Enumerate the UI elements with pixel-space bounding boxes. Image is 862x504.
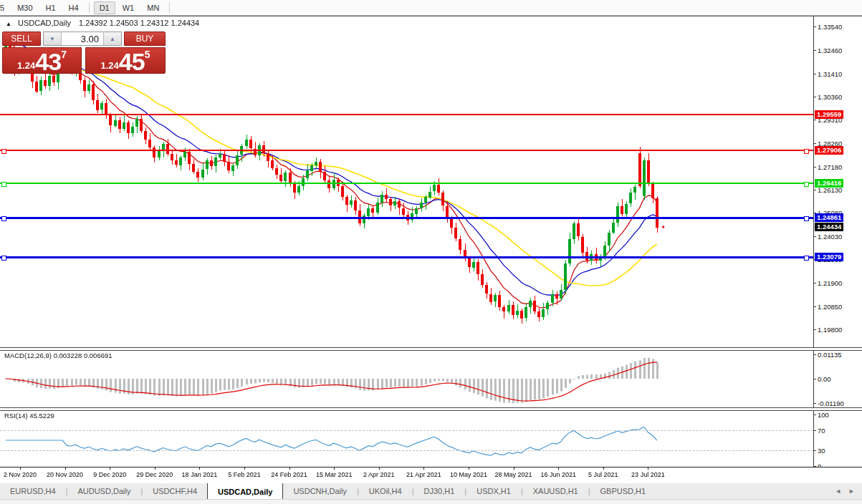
- volume-input[interactable]: [62, 32, 103, 45]
- chart-title: ▲ USDCAD,Daily 1.24392 1.24503 1.24312 1…: [6, 19, 199, 27]
- line-anchor-marker[interactable]: [1, 256, 6, 261]
- macd-axis-label: 0.01135: [818, 351, 842, 359]
- chart-tab-gbpusd-h1[interactable]: GBPUSD,H1: [590, 483, 656, 500]
- horizontal-level-line-1.26416[interactable]: [0, 183, 813, 184]
- date-axis-label: 2 Apr 2021: [363, 471, 395, 478]
- date-axis-tick: [110, 467, 110, 470]
- chart-symbol-label: USDCAD,Daily: [18, 19, 71, 27]
- price-axis-label: 1.32460: [818, 47, 842, 54]
- buy-price-big: 45: [119, 51, 145, 72]
- price-axis-label: 1.24030: [818, 233, 842, 241]
- chart-tab-xauusd-h1[interactable]: XAUUSD,H1: [523, 483, 588, 500]
- rsi-level-line-70: [0, 430, 813, 431]
- date-axis-tick: [379, 467, 380, 470]
- volume-increase-button[interactable]: ▲: [103, 32, 121, 45]
- sell-price-sup: 7: [61, 49, 67, 60]
- date-axis-tick: [334, 467, 335, 470]
- tab-scroll-right-icon[interactable]: ►: [848, 488, 855, 495]
- buy-price-sup: 5: [145, 49, 150, 60]
- date-axis-label: 23 Jul 2021: [631, 471, 665, 478]
- toolbar-separator: [89, 2, 90, 13]
- timeframe-button-d1[interactable]: D1: [94, 1, 115, 14]
- rsi-axis-label: 100: [818, 411, 829, 419]
- price-tag-1.27906: 1.27906: [815, 146, 843, 155]
- horizontal-level-line-1.23079[interactable]: [0, 256, 813, 258]
- line-anchor-marker[interactable]: [804, 182, 809, 187]
- bid-price-marker: ◂: [661, 224, 664, 230]
- price-axis-label: 1.31410: [818, 70, 842, 78]
- date-axis-label: 24 Feb 2021: [271, 471, 307, 478]
- date-axis-tick: [603, 467, 604, 470]
- chart-tab-dj30-h1[interactable]: DJ30,H1: [414, 483, 465, 500]
- date-axis-tick: [199, 467, 200, 470]
- chart-window: ▲ USDCAD,Daily 1.24392 1.24503 1.24312 1…: [0, 16, 862, 483]
- timeframe-button-h1[interactable]: H1: [40, 1, 62, 14]
- chart-tab-audusd-daily[interactable]: AUDUSD,Daily: [67, 483, 140, 500]
- date-axis-tick: [648, 467, 648, 470]
- tab-scroll-left-icon[interactable]: ◄: [835, 488, 841, 495]
- timeframe-button-h4[interactable]: H4: [63, 1, 85, 14]
- line-anchor-marker[interactable]: [1, 149, 6, 154]
- horizontal-level-line-1.29559[interactable]: [0, 114, 813, 115]
- chart-tab-bar: EURUSD,H4|AUDUSD,Daily|USDCHF,H4USDCAD,D…: [0, 482, 862, 500]
- line-anchor-marker[interactable]: [1, 216, 6, 221]
- rsi-axis-label: 70: [818, 427, 825, 435]
- chart-tab-usdx-h1[interactable]: USDX,H1: [466, 483, 521, 500]
- sell-button[interactable]: SELL: [2, 32, 41, 46]
- date-axis-label: 5 Feb 2021: [228, 471, 261, 478]
- horizontal-level-line-1.24861[interactable]: [0, 217, 813, 219]
- date-axis-tick: [423, 467, 424, 470]
- timeframe-button-m30[interactable]: M30: [11, 1, 38, 14]
- date-axis-label: 18 Jan 2021: [182, 471, 218, 478]
- price-axis-label: 1.27180: [818, 163, 842, 171]
- date-axis[interactable]: 2 Nov 202020 Nov 20209 Dec 202029 Dec 20…: [0, 467, 862, 483]
- timeframe-button-5[interactable]: 5: [0, 1, 10, 14]
- pane-splitter-rsi[interactable]: [0, 407, 862, 411]
- timeframe-button-w1[interactable]: W1: [117, 1, 140, 14]
- line-anchor-marker[interactable]: [804, 149, 809, 154]
- buy-button[interactable]: BUY: [124, 32, 166, 46]
- status-strip: [0, 499, 862, 504]
- current-price-tag: 1.24434: [815, 223, 843, 231]
- timeframe-button-mn[interactable]: MN: [141, 1, 165, 14]
- collapse-chart-icon[interactable]: ▲: [6, 21, 11, 27]
- rsi-label: RSI(14) 45.5229: [4, 412, 54, 420]
- date-axis-tick: [514, 467, 514, 470]
- price-tag-1.29559: 1.29559: [815, 110, 843, 119]
- rsi-pane-canvas[interactable]: [0, 410, 813, 467]
- date-axis-tick: [20, 467, 21, 470]
- buy-price-button[interactable]: 1.24 45 5: [85, 47, 166, 74]
- sell-price-big: 43: [35, 51, 61, 72]
- date-axis-tick: [469, 467, 469, 470]
- price-axis-line: [813, 16, 814, 467]
- line-anchor-marker[interactable]: [804, 256, 809, 261]
- date-axis-label: 20 Nov 2020: [47, 471, 83, 478]
- date-axis-tick: [289, 467, 290, 470]
- volume-decrease-button[interactable]: ▼: [44, 32, 62, 45]
- sell-price-button[interactable]: 1.24 43 7: [2, 47, 82, 74]
- date-axis-label: 16 Jun 2021: [540, 471, 576, 478]
- price-axis-label: 1.20850: [818, 303, 842, 311]
- line-anchor-marker[interactable]: [1, 182, 6, 187]
- chart-tab-eurusd-h4[interactable]: EURUSD,H4: [0, 483, 66, 500]
- chart-tab-ukoil-h4[interactable]: UKOil,H4: [359, 483, 412, 500]
- chart-tab-usdchf-h4[interactable]: USDCHF,H4: [143, 483, 207, 500]
- pane-splitter-macd[interactable]: [0, 347, 862, 351]
- chart-tab-usdcad-daily[interactable]: USDCAD,Daily: [207, 483, 283, 500]
- horizontal-level-line-1.27906[interactable]: [0, 150, 813, 151]
- line-anchor-marker[interactable]: [804, 216, 809, 221]
- date-axis-label: 28 May 2021: [495, 471, 532, 478]
- timeframe-toolbar: 5M30H1H4D1W1MN: [0, 0, 862, 16]
- toolbar-separator: [169, 2, 170, 13]
- macd-pane-canvas[interactable]: [0, 350, 813, 407]
- date-axis-tick: [155, 467, 155, 470]
- buy-price-prefix: 1.24: [101, 60, 119, 71]
- date-axis-tick: [65, 467, 66, 470]
- price-axis-label: 1.21900: [818, 279, 842, 287]
- date-axis-label: 2 Nov 2020: [4, 471, 37, 478]
- chart-tab-usdcnh-daily[interactable]: USDCNH,Daily: [283, 483, 357, 500]
- date-axis-label: 9 Dec 2020: [93, 471, 126, 478]
- date-axis-label: 15 Mar 2021: [316, 471, 353, 478]
- macd-label: MACD(12,26,9) 0.003228 0.006691: [4, 352, 112, 359]
- macd-axis-label: -0.01190: [818, 399, 844, 407]
